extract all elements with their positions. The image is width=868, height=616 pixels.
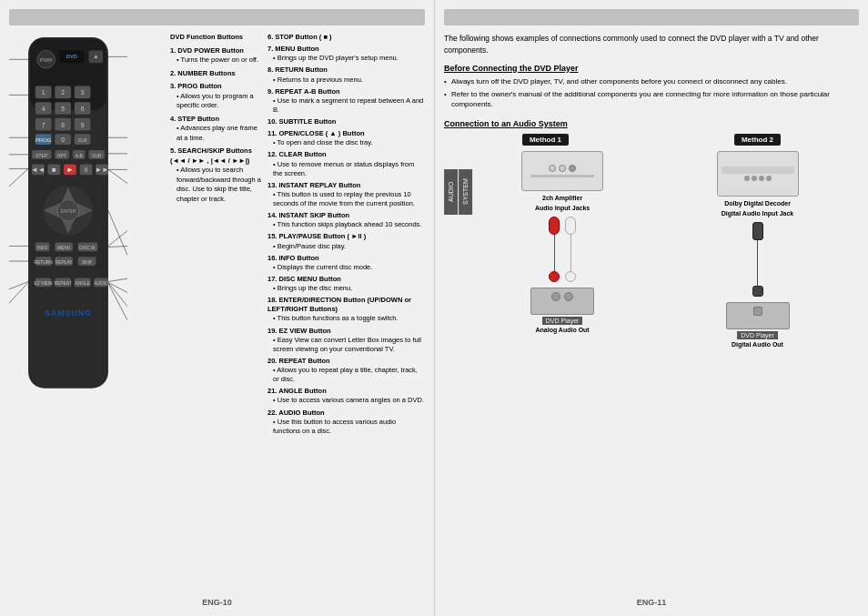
svg-line-108 (108, 228, 127, 247)
digital-connector (752, 222, 763, 297)
desc-2: 2. NUMBER Buttons (170, 69, 264, 79)
rb-16: 16. INFO Button • Displays the current d… (267, 254, 425, 272)
right-page: The following shows examples of connecti… (434, 0, 868, 616)
svg-text:3: 3 (81, 89, 85, 96)
digital-audio-input-label: Digital Audio Input Jack (722, 210, 793, 217)
amplifier-box (521, 151, 603, 191)
before-bullet-1: Always turn off the DVD player, TV, and … (444, 76, 859, 86)
svg-line-120 (108, 283, 127, 326)
dvd-player-label-1: DVD Player (542, 317, 583, 325)
svg-text:1: 1 (42, 89, 45, 96)
rb-13: 13. INSTANT REPLAY Button • This button … (267, 181, 425, 208)
svg-text:◄◄: ◄◄ (31, 166, 45, 174)
audio-system-label: AUDIO (444, 169, 458, 215)
connection-title: Connection to an Audio System (444, 119, 859, 128)
svg-line-116 (108, 282, 127, 294)
svg-text:SKIP: SKIP (82, 260, 92, 265)
desc-5: 5. SEARCH/SKIP Buttons (◄◄ / ►► , |◄◄ / … (170, 146, 264, 204)
svg-line-114 (108, 278, 127, 282)
remote-svg: PWR DVD ▲ 1 2 3 4 5 (9, 33, 127, 415)
svg-line-94 (9, 281, 28, 290)
rb-6: 6. STOP Button ( ■ ) (267, 33, 425, 42)
rb-22: 22. AUDIO Button • Use this button to ac… (267, 409, 425, 436)
right-button-descriptions: 6. STOP Button ( ■ ) 7. MENU Button • Br… (264, 33, 425, 594)
rb-10: 10. SUBTITLE Button (267, 117, 425, 126)
svg-line-110 (108, 246, 127, 247)
method2-label: Method 2 (734, 134, 781, 146)
dvd-player-label-2: DVD Player (737, 331, 778, 339)
rb-20: 20. REPEAT Button • Allows you to repeat… (267, 357, 425, 384)
rb-14: 14. INSTANT SKIP Button • This function … (267, 211, 425, 229)
svg-text:ENTER: ENTER (61, 209, 76, 214)
svg-text:EZ VIEW: EZ VIEW (35, 281, 53, 286)
svg-text:INFO: INFO (37, 246, 48, 250)
decoder-box (717, 151, 799, 197)
right-page-footer: ENG-11 (444, 598, 859, 607)
method-1: Method 1 AUDIO SYSTEM (444, 134, 647, 594)
svg-text:SUB: SUB (92, 154, 101, 158)
method2-diagram: Dolby Digital Decoder Digital Audio Inpu… (656, 151, 859, 348)
rb-18: 18. ENTER/DIRECTION Button (UP/DOWN or L… (267, 296, 425, 323)
dvd-player-box-1 (530, 288, 594, 315)
dvd-function-title: DVD Function Buttons (170, 33, 264, 43)
svg-text:ANGLE: ANGLE (75, 281, 90, 286)
svg-line-112 (108, 210, 127, 262)
right-page-header (444, 9, 859, 25)
methods-container: Method 1 AUDIO SYSTEM (444, 134, 859, 594)
svg-text:8: 8 (61, 122, 65, 128)
left-page: PWR DVD ▲ 1 2 3 4 5 (0, 0, 434, 616)
dvd-player-box-2 (726, 302, 790, 329)
svg-line-106 (108, 169, 127, 186)
rb-17: 17. DISC MENU Button • Brings up the dis… (267, 275, 425, 293)
rb-11: 11. OPEN/CLOSE ( ▲ ) Button • To open an… (267, 129, 425, 147)
svg-text:5: 5 (61, 106, 65, 112)
svg-text:SAMSUNG: SAMSUNG (45, 308, 92, 318)
digital-audio-out-label: Digital Audio Out (732, 341, 783, 348)
before-connecting-title: Before Connecting the DVD Player (444, 64, 859, 73)
left-page-footer: ENG-10 (9, 598, 425, 607)
desc-4: 4. STEP Button • Advances play one frame… (170, 115, 264, 144)
page-container: PWR DVD ▲ 1 2 3 4 5 (0, 0, 868, 616)
intro-text: The following shows examples of connecti… (444, 33, 859, 56)
svg-text:AUDIO: AUDIO (94, 281, 108, 286)
svg-text:PWR: PWR (40, 57, 53, 63)
svg-text:PROG: PROG (35, 137, 52, 143)
svg-text:II: II (85, 167, 88, 173)
left-descriptions: DVD Function Buttons 1. DVD POWER Button… (168, 33, 264, 594)
svg-text:REPLAY: REPLAY (56, 260, 74, 265)
svg-text:MENU: MENU (57, 246, 71, 250)
rb-8: 8. RETURN Button • Returns to a previous… (267, 66, 425, 84)
svg-text:2: 2 (61, 89, 65, 96)
svg-text:4: 4 (42, 106, 45, 112)
svg-text:DISC M.: DISC M. (79, 246, 96, 250)
svg-text:►►: ►► (95, 166, 108, 174)
decoder-label: Dolby Digital Decoder (724, 200, 791, 207)
amplifier-label: 2ch Amplifier (542, 195, 582, 201)
svg-line-88 (9, 168, 28, 188)
remote-column: PWR DVD ▲ 1 2 3 4 5 (9, 33, 168, 594)
method1-diagram: 2ch Amplifier Audio Input Jacks (478, 151, 647, 333)
svg-line-118 (108, 282, 127, 309)
rb-9: 9. REPEAT A-B Button • Use to mark a seg… (267, 87, 425, 115)
svg-text:▲: ▲ (93, 53, 99, 59)
svg-rect-1 (30, 39, 106, 110)
method1-label: Method 1 (522, 134, 569, 146)
audio-connectors (549, 217, 576, 282)
svg-text:STEP: STEP (35, 154, 47, 158)
svg-text:7: 7 (42, 122, 45, 128)
svg-line-96 (9, 282, 28, 306)
svg-text:■: ■ (52, 166, 56, 174)
svg-text:REPEAT: REPEAT (55, 281, 72, 286)
desc-1: 1. DVD POWER Button • Turns the power on… (170, 46, 264, 66)
svg-text:RETURN: RETURN (34, 260, 53, 265)
left-page-header (9, 9, 425, 25)
svg-text:RPT: RPT (57, 154, 66, 158)
rb-21: 21. ANGLE Button • Use to access various… (267, 387, 425, 405)
left-body: PWR DVD ▲ 1 2 3 4 5 (9, 33, 425, 594)
svg-text:►: ► (66, 166, 74, 174)
rb-15: 15. PLAY/PAUSE Button ( ►ll ) • Begin/Pa… (267, 232, 425, 250)
before-bullet-2: Refer to the owner's manual of the addit… (444, 89, 859, 109)
rb-7: 7. MENU Button • Brings up the DVD playe… (267, 45, 425, 63)
method-2: Method 2 Dolby (656, 134, 859, 594)
svg-text:DVD: DVD (66, 54, 77, 59)
